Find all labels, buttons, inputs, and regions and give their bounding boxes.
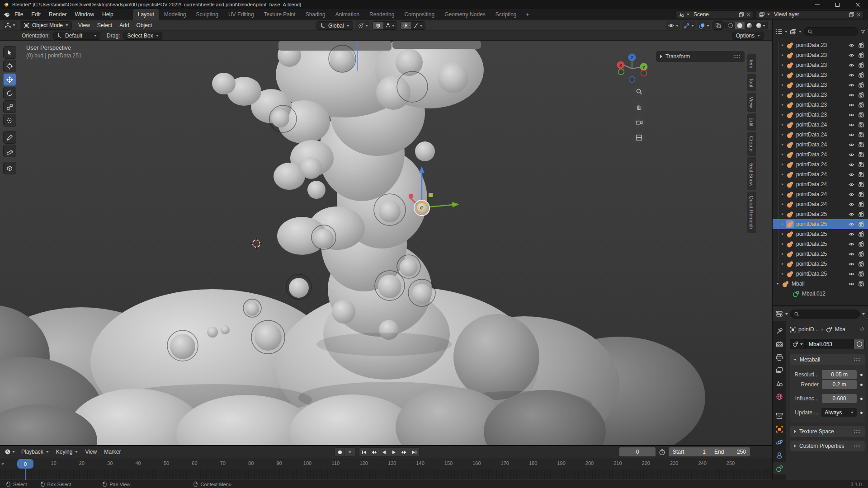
scale-tool[interactable] bbox=[3, 100, 16, 113]
outliner-row[interactable]: pointData.25 bbox=[773, 269, 868, 279]
tab-object-data[interactable] bbox=[773, 462, 786, 474]
sidebar-tab[interactable]: Tool bbox=[747, 74, 756, 91]
shading-rendered-button[interactable] bbox=[754, 22, 768, 29]
minimize-button[interactable] bbox=[807, 0, 827, 9]
sidebar-tab[interactable]: Quad Remesh bbox=[747, 192, 756, 233]
panel-grip-icon[interactable] bbox=[854, 358, 861, 361]
property-field[interactable]: 0.05 m bbox=[822, 370, 857, 379]
disable-render-icon[interactable] bbox=[858, 151, 864, 158]
animate-dot[interactable] bbox=[860, 398, 863, 400]
expand-triangle-icon[interactable] bbox=[782, 183, 783, 186]
expand-triangle-icon[interactable] bbox=[782, 243, 783, 245]
sidebar-tab[interactable]: Item bbox=[747, 54, 756, 72]
sidebar-tab[interactable]: Create bbox=[747, 132, 756, 156]
shading-material-button[interactable] bbox=[745, 22, 754, 29]
end-frame-field[interactable]: End 250 bbox=[710, 447, 750, 456]
viewport-menu-item[interactable]: Add bbox=[116, 22, 132, 28]
outliner-row[interactable]: pointData.23 bbox=[773, 40, 868, 50]
object-name[interactable]: pointData.23 bbox=[796, 42, 846, 48]
outliner-editor-icon[interactable] bbox=[775, 28, 783, 35]
shading-wireframe-button[interactable] bbox=[726, 22, 735, 29]
object-name[interactable]: pointData.23 bbox=[796, 112, 846, 118]
jump-to-end-button[interactable] bbox=[409, 448, 419, 456]
maximize-button[interactable] bbox=[827, 0, 848, 9]
disable-render-icon[interactable] bbox=[858, 221, 864, 227]
object-name[interactable]: pointData.25 bbox=[796, 271, 846, 277]
viewport-menu-item[interactable]: Object bbox=[133, 22, 156, 28]
animate-dot[interactable] bbox=[860, 384, 863, 386]
property-field[interactable]: 0.600 bbox=[822, 394, 857, 403]
hide-eye-icon[interactable] bbox=[848, 142, 855, 148]
disable-render-icon[interactable] bbox=[858, 102, 864, 108]
expand-triangle-icon[interactable] bbox=[782, 133, 783, 136]
outliner-row[interactable]: pointData.24 bbox=[773, 169, 868, 179]
tab-view-layer[interactable] bbox=[773, 364, 786, 376]
object-name[interactable]: pointData.23 bbox=[796, 82, 846, 88]
outliner-row[interactable]: pointData.23 bbox=[773, 80, 868, 90]
object-name[interactable]: pointData.23 bbox=[796, 52, 846, 58]
workspace-tab[interactable]: UV Editing bbox=[223, 9, 259, 20]
disable-render-icon[interactable] bbox=[858, 231, 864, 237]
disable-render-icon[interactable] bbox=[858, 112, 864, 118]
menu-item[interactable]: Help bbox=[98, 10, 118, 19]
disable-render-icon[interactable] bbox=[858, 251, 864, 257]
visibility-dropdown[interactable] bbox=[666, 21, 680, 30]
hide-eye-icon[interactable] bbox=[848, 112, 855, 118]
remove-viewlayer-icon[interactable] bbox=[857, 13, 861, 17]
start-frame-field[interactable]: Start 1 bbox=[669, 447, 710, 456]
object-name[interactable]: pointData.23 bbox=[796, 62, 846, 68]
orientation-dropdown[interactable]: Global bbox=[316, 21, 353, 30]
object-name[interactable]: pointData.24 bbox=[796, 201, 846, 207]
pin-icon[interactable] bbox=[859, 327, 865, 332]
outliner-row[interactable]: pointData.25 bbox=[773, 229, 868, 239]
options-button[interactable]: Options bbox=[732, 32, 764, 40]
outliner-row[interactable]: pointData.23 bbox=[773, 60, 868, 70]
outliner-row[interactable]: pointData.24 bbox=[773, 179, 868, 189]
outliner-row[interactable]: pointData.23 bbox=[773, 100, 868, 110]
hide-eye-icon[interactable] bbox=[848, 62, 855, 68]
play-reverse-button[interactable] bbox=[379, 448, 389, 456]
play-button[interactable] bbox=[389, 448, 399, 456]
outliner-row[interactable]: pointData.24 bbox=[773, 140, 868, 150]
expand-triangle-icon[interactable] bbox=[782, 263, 783, 265]
object-name[interactable]: pointData.24 bbox=[796, 171, 846, 178]
object-name[interactable]: pointData.24 bbox=[796, 131, 846, 138]
outliner-row[interactable]: pointData.24 bbox=[773, 130, 868, 140]
hide-eye-icon[interactable] bbox=[848, 202, 855, 207]
disable-render-icon[interactable] bbox=[858, 271, 864, 277]
hide-eye-icon[interactable] bbox=[848, 271, 855, 277]
tab-world[interactable] bbox=[773, 390, 786, 403]
datablock-type-button[interactable] bbox=[790, 339, 806, 349]
drag-dropdown[interactable]: Select Box bbox=[123, 32, 162, 40]
hide-eye-icon[interactable] bbox=[848, 172, 855, 178]
object-name[interactable]: pointData.25 bbox=[796, 261, 846, 267]
jump-to-start-button[interactable] bbox=[359, 448, 369, 456]
fake-user-button[interactable] bbox=[854, 339, 865, 349]
overlays-toggle[interactable] bbox=[697, 21, 711, 30]
object-name[interactable]: pointData.25 bbox=[796, 241, 846, 247]
object-name[interactable]: pointData.23 bbox=[796, 102, 846, 108]
metaball-panel-header[interactable]: Metaball bbox=[790, 354, 865, 365]
outliner-row[interactable]: pointData.24 bbox=[773, 160, 868, 169]
viewlayer-selector[interactable]: ViewLayer bbox=[756, 10, 863, 19]
hide-eye-icon[interactable] bbox=[848, 92, 855, 98]
disable-render-icon[interactable] bbox=[858, 191, 864, 197]
disable-render-icon[interactable] bbox=[858, 161, 864, 168]
hide-eye-icon[interactable] bbox=[848, 102, 855, 108]
panel-grip-icon[interactable] bbox=[854, 444, 861, 448]
next-keyframe-button[interactable] bbox=[399, 448, 409, 456]
menu-item[interactable]: File bbox=[10, 10, 27, 19]
breadcrumb-object[interactable]: pointD... bbox=[798, 326, 819, 333]
disable-render-icon[interactable] bbox=[858, 281, 864, 287]
tab-scene[interactable] bbox=[773, 377, 786, 389]
perspective-toggle-button[interactable] bbox=[633, 131, 645, 144]
object-name[interactable]: pointData.24 bbox=[796, 161, 846, 168]
cursor-tool[interactable] bbox=[3, 60, 16, 72]
expand-triangle-icon[interactable] bbox=[782, 173, 783, 176]
new-scene-icon[interactable] bbox=[739, 12, 744, 17]
select-box-tool[interactable] bbox=[3, 46, 16, 59]
outliner-row[interactable]: pointData.23 bbox=[773, 90, 868, 100]
object-name[interactable]: pointData.25 bbox=[796, 231, 846, 237]
add-workspace-button[interactable]: + bbox=[522, 11, 534, 18]
shading-solid-button[interactable] bbox=[735, 22, 745, 29]
